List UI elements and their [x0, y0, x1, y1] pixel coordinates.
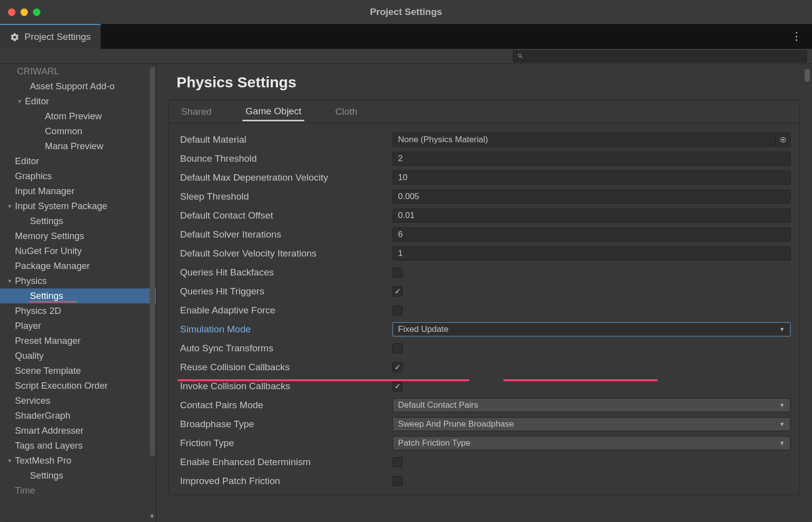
close-window-button[interactable]	[8, 8, 15, 16]
tree-item-atom-preview[interactable]: Atom Preview	[0, 109, 156, 124]
tree-item-input-manager[interactable]: Input Manager	[0, 184, 156, 199]
checkbox[interactable]	[393, 305, 403, 315]
object-field-input[interactable]: None (Physics Material)	[393, 133, 776, 147]
tree-item-settings[interactable]: Settings	[0, 214, 156, 229]
tab-project-settings[interactable]: Project Settings	[0, 24, 101, 49]
chevron-down-icon: ▼	[779, 326, 785, 333]
tree-item-label: Settings	[30, 216, 63, 227]
tree-item-settings[interactable]: Settings	[0, 468, 156, 483]
expand-icon[interactable]: ▼	[17, 98, 25, 104]
field-label: Default Contact Offset	[178, 210, 393, 221]
tree-item-smart-addresser[interactable]: Smart Addresser	[0, 423, 156, 438]
tree-item-label: Input System Package	[15, 201, 107, 212]
tree-item-memory-settings[interactable]: Memory Settings	[0, 229, 156, 244]
checkbox[interactable]: ✓	[393, 381, 403, 391]
text-input[interactable]: 2	[393, 152, 791, 166]
field-row-enable-adaptive-force: Enable Adaptive Force	[178, 301, 791, 320]
tree-item-shadergraph[interactable]: ShaderGraph	[0, 408, 156, 423]
tree-item-nuget-for-unity[interactable]: NuGet For Unity	[0, 244, 156, 259]
subtab-shared[interactable]: Shared	[178, 102, 214, 121]
editor-tab-bar: Project Settings ⋮	[0, 24, 812, 49]
expand-icon[interactable]: ▼	[7, 278, 15, 284]
field-row-sleep-threshold: Sleep Threshold0.005	[178, 187, 791, 206]
field-row-default-solver-velocity-iterations: Default Solver Velocity Iterations1	[178, 244, 791, 263]
tree-item-quality[interactable]: Quality	[0, 348, 156, 363]
tree-item-services[interactable]: Services	[0, 393, 156, 408]
tree-item-input-system-package[interactable]: ▼Input System Package	[0, 199, 156, 214]
field-row-default-contact-offset: Default Contact Offset0.01	[178, 206, 791, 225]
subtab-game-object[interactable]: Game Object	[242, 102, 304, 121]
toolbar	[0, 49, 812, 64]
tab-menu-button[interactable]: ⋮	[781, 24, 812, 49]
tree-item-graphics[interactable]: Graphics	[0, 169, 156, 184]
dropdown[interactable]: Fixed Update▼	[393, 322, 791, 336]
checkbox[interactable]: ✓	[393, 362, 403, 372]
dropdown[interactable]: Sweep And Prune Broadphase▼	[393, 417, 791, 431]
field-control: ✓	[393, 381, 791, 391]
field-row-default-material: Default MaterialNone (Physics Material)	[178, 130, 791, 149]
tree-item-editor[interactable]: Editor	[0, 154, 156, 169]
checkbox[interactable]	[393, 476, 403, 486]
tree-item-package-manager[interactable]: Package Manager	[0, 259, 156, 273]
tree-item-script-execution-order[interactable]: Script Execution Order	[0, 378, 156, 393]
checkbox[interactable]	[393, 267, 403, 277]
expand-icon[interactable]: ▼	[7, 458, 15, 464]
tree-item-tags-and-layers[interactable]: Tags and Layers	[0, 438, 156, 453]
field-control: Fixed Update▼	[393, 322, 791, 336]
search-input[interactable]	[513, 50, 807, 62]
tree-item-scene-template[interactable]: Scene Template	[0, 363, 156, 378]
text-input[interactable]: 0.005	[393, 190, 791, 204]
text-input[interactable]: 10	[393, 171, 791, 185]
checkbox[interactable]: ✓	[393, 286, 403, 296]
field-row-reuse-collision-callbacks: Reuse Collision Callbacks✓	[178, 358, 791, 377]
tree-item-criwarl[interactable]: CRIWARL	[0, 64, 156, 79]
tree-item-player[interactable]: Player	[0, 318, 156, 333]
tree-item-settings[interactable]: Settings	[0, 288, 156, 303]
field-control	[393, 305, 791, 315]
tree-item-label: Tags and Layers	[15, 440, 83, 451]
tree-item-physics[interactable]: ▼Physics	[0, 273, 156, 288]
project-settings-window: Project Settings Project Settings ⋮ CRIW…	[0, 0, 812, 522]
tree-item-textmesh-pro[interactable]: ▼TextMesh Pro	[0, 453, 156, 468]
text-input[interactable]: 0.01	[393, 209, 791, 223]
dropdown[interactable]: Patch Friction Type▼	[393, 436, 791, 450]
minimize-window-button[interactable]	[20, 8, 28, 16]
main-scrollbar[interactable]	[805, 69, 810, 82]
tree-item-label: Time	[15, 485, 35, 496]
tree-item-label: Smart Addresser	[15, 425, 84, 436]
gear-icon	[10, 32, 19, 42]
tree-item-physics-2d[interactable]: Physics 2D	[0, 303, 156, 318]
dropdown-value: Fixed Update	[398, 324, 448, 334]
tree-item-common[interactable]: Common	[0, 124, 156, 139]
chevron-down-icon: ▼	[779, 421, 785, 428]
field-row-enable-enhanced-determinism: Enable Enhanced Determinism	[178, 453, 791, 472]
checkbox[interactable]	[393, 343, 403, 353]
maximize-window-button[interactable]	[33, 8, 40, 16]
tree-item-asset-support-add-o[interactable]: Asset Support Add-o	[0, 79, 156, 94]
text-input[interactable]: 6	[393, 228, 791, 242]
dropdown-value: Patch Friction Type	[398, 438, 470, 448]
tree-item-label: Common	[45, 126, 82, 137]
dropdown[interactable]: Default Contact Pairs▼	[393, 398, 791, 412]
field-label: Broadphase Type	[178, 419, 393, 430]
field-label: Default Material	[178, 134, 393, 145]
tree-item-editor[interactable]: ▼Editor	[0, 94, 156, 109]
subtab-cloth[interactable]: Cloth	[332, 102, 360, 121]
tree-item-mana-preview[interactable]: Mana Preview	[0, 139, 156, 154]
field-label: Auto Sync Transforms	[178, 343, 393, 354]
field-label: Friction Type	[178, 438, 393, 449]
expand-icon[interactable]: ▼	[7, 203, 15, 209]
field-control: ✓	[393, 362, 791, 372]
tree-item-label: CRIWARL	[17, 66, 59, 77]
object-picker-button[interactable]	[776, 133, 791, 147]
sidebar-scroll-down-icon[interactable]: ▼	[149, 513, 155, 520]
subtabs-row: SharedGame ObjectCloth	[169, 100, 800, 123]
field-control: 1	[393, 247, 791, 261]
tree-item-label: Preset Manager	[15, 335, 81, 346]
text-input[interactable]: 1	[393, 247, 791, 261]
sidebar-scrollbar[interactable]	[150, 67, 155, 456]
tree-item-preset-manager[interactable]: Preset Manager	[0, 333, 156, 348]
tree-item-time[interactable]: Time	[0, 483, 156, 498]
checkbox[interactable]	[393, 457, 403, 467]
annotation-underline-value	[503, 379, 658, 381]
